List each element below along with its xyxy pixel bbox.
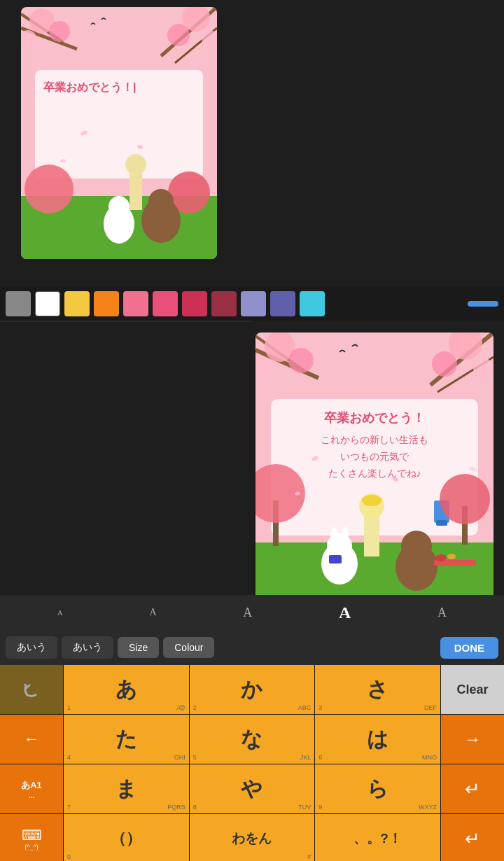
card-image-bottom: 卒業おめでとう！ これからの新しい生活も いつもの元気で たくさん楽しんでね♪ <box>255 332 493 606</box>
card-svg-top: 卒業おめでとう！| <box>21 7 217 259</box>
lang-key-bottom[interactable]: あA1 ... <box>0 764 63 813</box>
font-size-sm[interactable]: A <box>150 607 157 618</box>
color-pink-medium[interactable] <box>153 291 178 316</box>
size-btn-bottom[interactable]: Size <box>118 637 159 658</box>
color-gray[interactable] <box>6 291 31 316</box>
svg-point-50 <box>330 527 337 544</box>
key-ma-bottom[interactable]: ま 7 PQRS <box>64 764 189 813</box>
font-style-btn1-bottom[interactable]: あいう <box>6 636 57 659</box>
svg-point-54 <box>362 495 382 506</box>
svg-point-17 <box>148 189 174 214</box>
svg-rect-42 <box>436 520 447 526</box>
clear-button[interactable]: Clear <box>441 665 504 714</box>
svg-text:これからの新しい生活も: これからの新しい生活も <box>321 434 428 445</box>
color-pink-light[interactable] <box>123 291 148 316</box>
keyboard-bottom: あ 1 ./@ か 2 ABC さ 3 DEF Clear ← た 4 GHI … <box>0 665 504 861</box>
color-dark-red[interactable] <box>211 291 237 316</box>
palette-scroll-indicator <box>468 301 498 307</box>
key-punct-bottom[interactable]: 、。?！ <box>315 814 440 861</box>
bottom-panel: 卒業おめでとう！ これからの新しい生活も いつもの元気で たくさん楽しんでね♪ <box>0 322 504 861</box>
key-ra-bottom[interactable]: ら 9 WXYZ <box>315 764 440 813</box>
key-na-bottom[interactable]: な 5 JKL <box>190 715 315 764</box>
font-size-lg[interactable]: A <box>339 603 351 622</box>
svg-point-56 <box>401 531 432 561</box>
svg-text:たくさん楽しんでね♪: たくさん楽しんでね♪ <box>328 468 421 479</box>
enter-key-bottom[interactable]: ↵ <box>441 764 504 813</box>
key-ya-bottom[interactable]: や 8 TUV <box>190 764 315 813</box>
svg-point-14 <box>24 164 74 214</box>
font-size-bar: A A A A A <box>0 595 504 630</box>
svg-point-51 <box>342 527 349 544</box>
svg-point-9 <box>167 24 190 46</box>
svg-point-19 <box>108 196 130 217</box>
svg-point-21 <box>125 154 146 175</box>
key-wa-bottom[interactable]: わをん # <box>190 814 315 861</box>
svg-text:卒業おめでとう！: 卒業おめでとう！ <box>324 410 425 425</box>
key-sa-bottom[interactable]: さ 3 DEF <box>315 665 440 714</box>
color-purple-dark[interactable] <box>270 291 295 316</box>
undo-key-bottom[interactable] <box>0 665 63 714</box>
font-size-md[interactable]: A <box>243 606 252 620</box>
color-orange[interactable] <box>94 291 119 316</box>
key-a-bottom[interactable]: あ 1 ./@ <box>64 665 189 714</box>
key-ka-bottom[interactable]: か 2 ABC <box>190 665 315 714</box>
svg-point-34 <box>432 351 457 377</box>
enter-key-bottom-2[interactable]: ↵ <box>441 814 504 861</box>
svg-point-47 <box>440 474 490 524</box>
forward-key-bottom[interactable]: → <box>441 715 504 764</box>
key-paren-bottom[interactable]: （） 0 <box>64 814 189 861</box>
svg-text:いつもの元気で: いつもの元気で <box>340 451 410 462</box>
emoji-key-bottom[interactable]: ⌨ (^_^) <box>0 814 63 861</box>
svg-rect-57 <box>329 555 342 564</box>
color-cyan[interactable] <box>300 291 325 316</box>
left-card-area: 卒業おめでとう！| <box>0 0 238 287</box>
color-palette-top <box>0 287 504 321</box>
keyboard-toolbar-bottom: あいう あいう Size Colour DONE <box>0 630 504 665</box>
font-style-btn2-bottom[interactable]: あいう <box>62 636 113 659</box>
key-ha-bottom[interactable]: は 6 MNO <box>315 715 440 764</box>
backspace-key-bottom[interactable]: ← <box>0 715 63 764</box>
svg-point-6 <box>49 21 70 42</box>
right-card-area: 卒業おめでとう！ これからの新しい生活も いつもの元気で たくさん楽しんでね♪ <box>231 322 504 616</box>
color-purple-light[interactable] <box>241 291 266 316</box>
svg-point-60 <box>447 554 456 559</box>
key-ta-bottom[interactable]: た 4 GHI <box>64 715 189 764</box>
color-white[interactable] <box>35 291 60 316</box>
top-panel: 卒業おめでとう！| <box>0 0 504 322</box>
done-button[interactable]: DONE <box>440 637 498 659</box>
svg-point-31 <box>288 348 314 373</box>
card-svg-bottom: 卒業おめでとう！ これからの新しい生活も いつもの元気で たくさん楽しんでね♪ <box>255 332 493 606</box>
color-red-pink[interactable] <box>182 291 207 316</box>
svg-point-59 <box>435 554 447 561</box>
svg-text:卒業おめでとう！|: 卒業おめでとう！| <box>43 80 136 94</box>
svg-point-35 <box>473 358 493 377</box>
colour-btn-bottom[interactable]: Colour <box>163 637 214 658</box>
font-size-xs[interactable]: A <box>57 608 63 617</box>
font-size-xl[interactable]: A <box>438 606 447 620</box>
color-yellow[interactable] <box>64 291 90 316</box>
